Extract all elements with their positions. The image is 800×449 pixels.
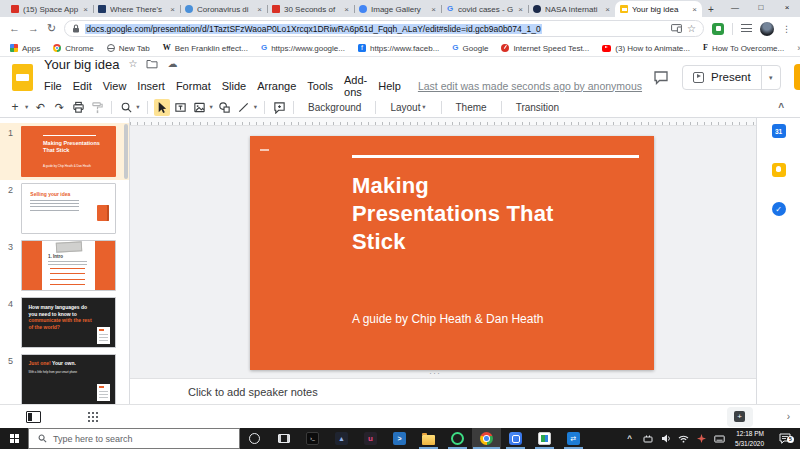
filmstrip-scrollbar[interactable] [124, 124, 128, 179]
bookmark-google-url[interactable]: G https://www.google... [261, 44, 345, 53]
slide-thumbnail-2[interactable]: 2 Selling your idea [0, 180, 129, 237]
google-calendar-icon[interactable]: 31 [772, 124, 786, 138]
select-tool-button[interactable] [154, 99, 170, 116]
browser-menu-icon[interactable]: ⋮ [782, 24, 791, 34]
filmstrip-view-button[interactable] [26, 411, 41, 423]
star-document-icon[interactable]: ☆ [128, 59, 137, 69]
image-caret-icon[interactable]: ▾ [210, 103, 213, 111]
action-center-button[interactable]: 5 [774, 433, 796, 444]
reading-list-icon[interactable] [741, 24, 752, 33]
document-status-cloud-icon[interactable]: ☁ [167, 59, 177, 69]
line-caret-icon[interactable]: ▾ [254, 103, 257, 111]
touch-keyboard-icon[interactable] [714, 435, 725, 443]
bookmark-chrome[interactable]: Chrome [53, 44, 93, 53]
taskbar-file-explorer-button[interactable] [414, 428, 443, 449]
text-box-button[interactable] [173, 99, 189, 116]
slide-thumbnail-3[interactable]: 3 1. Intro [0, 237, 129, 294]
window-maximize-button[interactable]: □ [748, 0, 774, 15]
tab-close-icon[interactable]: × [83, 5, 88, 14]
tab-image-gallery[interactable]: Image Gallery × [354, 1, 441, 17]
redo-button[interactable]: ↷ [51, 99, 67, 116]
menu-insert[interactable]: Insert [137, 80, 165, 92]
new-slide-caret-icon[interactable]: ▾ [25, 103, 28, 111]
google-slides-logo-icon[interactable] [12, 64, 33, 91]
bookmark-google[interactable]: G Google [452, 44, 488, 53]
tab-close-icon[interactable]: × [605, 5, 610, 14]
google-keep-icon[interactable] [772, 163, 786, 177]
slide-thumbnail-4[interactable]: 4 How many languages do you need to know… [0, 294, 129, 351]
thumbnail-preview[interactable]: 1. Intro [21, 240, 116, 291]
tray-usb-icon[interactable] [642, 435, 653, 443]
notes-resize-handle[interactable]: ··· [429, 368, 441, 378]
thumbnail-preview[interactable]: Selling your idea [21, 183, 116, 234]
insert-image-button[interactable] [192, 99, 208, 116]
tab-your-big-idea-active[interactable]: Your big idea × [615, 1, 702, 17]
taskbar-task-view-button[interactable] [269, 428, 298, 449]
taskbar-3d-app-button[interactable]: ▲ [327, 428, 356, 449]
menu-tools[interactable]: Tools [307, 80, 333, 92]
share-button[interactable]: Share [794, 64, 800, 90]
taskbar-terminal-button[interactable]: ›_ [298, 428, 327, 449]
menu-help[interactable]: Help [378, 80, 401, 92]
speaker-notes-input[interactable]: Click to add speaker notes [130, 378, 756, 404]
insert-line-button[interactable] [236, 99, 252, 116]
reload-button[interactable]: ↻ [47, 23, 56, 34]
new-slide-button[interactable]: + [7, 99, 23, 116]
google-tasks-icon[interactable]: ✓ [772, 202, 786, 216]
tab-close-icon[interactable]: × [170, 5, 175, 14]
tab-close-icon[interactable]: × [344, 5, 349, 14]
tab-close-icon[interactable]: × [257, 5, 262, 14]
window-close-button[interactable]: × [774, 0, 800, 15]
tab-close-icon[interactable]: × [692, 5, 697, 14]
grid-view-button[interactable] [87, 411, 98, 422]
tray-app-icon[interactable] [696, 434, 707, 443]
taskbar-clock[interactable]: 12:18 PM 5/31/2020 [732, 429, 767, 449]
insert-shape-button[interactable] [217, 99, 233, 116]
start-button[interactable] [0, 428, 28, 449]
bookmark-speed-test[interactable]: Internet Speed Test... [501, 44, 589, 53]
transition-button[interactable]: Transition [508, 99, 568, 116]
slide-subtitle-textbox[interactable]: A guide by Chip Heath & Dan Heath [352, 312, 543, 326]
tab-nasa[interactable]: NASA Internati × [528, 1, 615, 17]
present-button[interactable]: Present [683, 71, 761, 83]
print-button[interactable] [70, 99, 86, 116]
theme-button[interactable]: Theme [448, 99, 495, 116]
tab-coronavirus[interactable]: Coronavirus di × [180, 1, 267, 17]
tab-covid-cases[interactable]: G covid cases - G × [441, 1, 528, 17]
tab-space-app[interactable]: (15) Space App × [6, 1, 93, 17]
layout-button[interactable]: Layout ▾ [382, 99, 434, 116]
thumbnail-preview[interactable]: How many languages do you need to know t… [21, 297, 116, 348]
comment-history-icon[interactable] [653, 70, 669, 85]
back-button[interactable]: ← [9, 23, 20, 34]
taskbar-teamviewer-button[interactable]: ⇄ [559, 428, 588, 449]
thumbnail-preview[interactable]: Making Presentations That Stick A guide … [21, 126, 116, 177]
menu-format[interactable]: Format [176, 80, 211, 92]
last-edit-link[interactable]: Last edit was made seconds ago by anonym… [418, 80, 642, 92]
bookmark-star-icon[interactable]: ☆ [687, 24, 696, 34]
taskbar-search-input[interactable]: Type here to search [28, 428, 240, 449]
current-slide[interactable]: Making Presentations That Stick A guide … [250, 136, 654, 370]
taskbar-chrome-button[interactable] [472, 428, 501, 449]
slide-canvas[interactable]: Making Presentations That Stick A guide … [130, 126, 756, 378]
menu-addons[interactable]: Add-ons [344, 74, 367, 98]
send-to-device-icon[interactable] [671, 24, 682, 33]
insert-comment-button[interactable] [271, 99, 287, 116]
window-minimize-button[interactable]: — [722, 0, 748, 15]
document-title[interactable]: Your big idea [44, 57, 119, 72]
browser-profile-avatar[interactable] [760, 22, 774, 36]
tab-where-theres[interactable]: Where There's × [93, 1, 180, 17]
paint-format-button[interactable] [89, 99, 105, 116]
background-button[interactable]: Background [300, 99, 369, 116]
undo-button[interactable]: ↶ [32, 99, 48, 116]
tab-close-icon[interactable]: × [518, 5, 523, 14]
menu-arrange[interactable]: Arrange [257, 80, 296, 92]
bookmark-youtube[interactable]: (3) How to Animate... [602, 44, 690, 53]
taskbar-cortana-button[interactable] [240, 428, 269, 449]
slide-title-textbox[interactable]: Making Presentations That Stick [352, 172, 644, 256]
tab-30-seconds[interactable]: 30 Seconds of × [267, 1, 354, 17]
wifi-icon[interactable] [678, 435, 689, 443]
extension-icon[interactable] [712, 23, 724, 35]
menu-file[interactable]: File [44, 80, 62, 92]
bookmark-new-tab[interactable]: New Tab [107, 44, 150, 53]
taskbar-duo-app-button[interactable] [530, 428, 559, 449]
